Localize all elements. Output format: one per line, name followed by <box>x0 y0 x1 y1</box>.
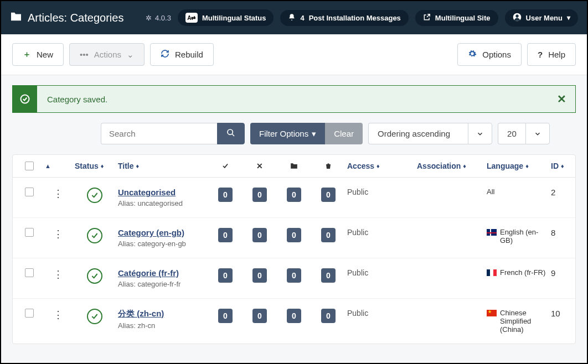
table-header: ▲ Status♦ Title♦ ✕ Access♦ Association♦ … <box>13 155 575 178</box>
toolbar: ＋ New ••• Actions ⌄ Rebuild Options ? He… <box>1 34 587 75</box>
row-checkbox[interactable] <box>25 188 34 196</box>
archived-count[interactable]: 0 <box>287 228 301 242</box>
limit-select[interactable]: 20 <box>498 123 550 144</box>
row-checkbox[interactable] <box>25 309 34 318</box>
row-actions-button[interactable]: ⋮ <box>53 228 63 240</box>
ordering-select[interactable]: Ordering ascending <box>368 123 492 144</box>
plus-icon: ＋ <box>23 49 31 60</box>
trashed-count[interactable]: 0 <box>321 309 336 323</box>
page-title: Articles: Categories <box>28 12 123 24</box>
unpublished-count[interactable]: 0 <box>252 309 267 323</box>
status-published-icon[interactable] <box>87 228 102 243</box>
clear-button[interactable]: Clear <box>325 123 363 144</box>
category-link[interactable]: Uncategorised <box>118 188 176 197</box>
category-link[interactable]: Category (en-gb) <box>118 228 184 237</box>
row-checkbox[interactable] <box>25 268 34 277</box>
search-input[interactable] <box>101 123 217 144</box>
col-id[interactable]: ID♦ <box>551 162 579 170</box>
sort-icon: ♦ <box>376 163 380 169</box>
filter-bar: Filter Options ▾ Clear Ordering ascendin… <box>12 123 576 144</box>
status-published-icon[interactable] <box>87 268 102 284</box>
user-icon <box>513 13 522 23</box>
success-alert: Category saved. ✕ <box>12 85 576 113</box>
external-link-icon <box>423 13 431 23</box>
sort-icon: ♦ <box>101 163 104 169</box>
access-text: Public <box>347 188 414 196</box>
status-published-icon[interactable] <box>87 188 102 203</box>
id-text: 9 <box>551 268 579 278</box>
col-unpublished[interactable]: ✕ <box>244 162 275 170</box>
x-icon: ✕ <box>256 162 263 170</box>
col-ordering[interactable]: ▲ <box>45 163 71 169</box>
trashed-count[interactable]: 0 <box>321 268 336 283</box>
id-text: 2 <box>551 188 579 197</box>
chevron-down-icon <box>525 123 550 144</box>
sort-asc-icon: ▲ <box>45 163 51 169</box>
alias-text: Alias: categorie-fr-fr <box>118 280 207 288</box>
folder-icon <box>290 163 298 169</box>
table-row: ⋮ Uncategorised Alias: uncategorised 0 0… <box>13 178 575 218</box>
search-button[interactable] <box>217 123 245 144</box>
alert-close-button[interactable]: ✕ <box>548 92 575 106</box>
help-button[interactable]: ? Help <box>527 43 576 66</box>
trashed-count[interactable]: 0 <box>321 188 336 202</box>
chevron-down-icon: ⌄ <box>127 50 134 60</box>
col-association[interactable]: Association♦ <box>417 162 483 170</box>
actions-button[interactable]: ••• Actions ⌄ <box>69 43 145 66</box>
row-actions-button[interactable]: ⋮ <box>53 188 63 200</box>
multilingual-status-button[interactable]: A⇄ Multilingual Status <box>178 9 274 26</box>
joomla-icon: ✲ <box>146 14 152 22</box>
rebuild-button[interactable]: Rebuild <box>150 43 214 66</box>
col-archived[interactable] <box>278 163 310 169</box>
options-button[interactable]: Options <box>457 43 522 66</box>
col-access[interactable]: Access♦ <box>347 162 414 170</box>
published-count[interactable]: 0 <box>218 268 233 283</box>
col-trashed[interactable] <box>313 162 344 170</box>
check-circle-icon <box>13 86 37 112</box>
category-link[interactable]: Catégorie (fr-fr) <box>118 268 179 278</box>
row-actions-button[interactable]: ⋮ <box>53 309 63 321</box>
col-published[interactable] <box>210 162 241 170</box>
version-badge: ✲ 4.0.3 <box>146 14 171 22</box>
new-button[interactable]: ＋ New <box>12 43 64 66</box>
select-all-checkbox[interactable] <box>25 162 34 170</box>
multilingual-site-label: Multilingual Site <box>435 14 491 22</box>
refresh-icon <box>161 49 169 60</box>
ellipsis-icon: ••• <box>80 50 89 59</box>
question-icon: ? <box>538 50 543 59</box>
archived-count[interactable]: 0 <box>287 188 301 202</box>
published-count[interactable]: 0 <box>218 228 233 242</box>
category-link[interactable]: 分类 (zh-cn) <box>118 309 164 318</box>
actions-label: Actions <box>94 50 121 59</box>
help-label: Help <box>548 50 565 59</box>
archived-count[interactable]: 0 <box>287 309 301 323</box>
archived-count[interactable]: 0 <box>287 268 301 283</box>
row-checkbox[interactable] <box>25 228 34 237</box>
messages-count: 4 <box>300 14 304 22</box>
messages-button[interactable]: 4 Post Installation Messages <box>280 10 408 26</box>
alias-text: Alias: zh-cn <box>118 321 207 330</box>
published-count[interactable]: 0 <box>218 188 233 202</box>
unpublished-count[interactable]: 0 <box>252 268 267 283</box>
col-language[interactable]: Language♦ <box>487 162 548 170</box>
content-area: Category saved. ✕ Filter Options ▾ Clear… <box>1 75 587 362</box>
unpublished-count[interactable]: 0 <box>252 188 267 202</box>
title-cell: Uncategorised Alias: uncategorised <box>118 188 207 207</box>
categories-table: ▲ Status♦ Title♦ ✕ Access♦ Association♦ … <box>12 154 576 344</box>
flag-icon <box>487 269 497 276</box>
filter-options-button[interactable]: Filter Options ▾ <box>250 123 325 144</box>
col-status[interactable]: Status♦ <box>75 162 115 170</box>
chevron-down-icon <box>468 123 492 144</box>
svg-point-3 <box>228 129 233 134</box>
user-menu-button[interactable]: User Menu ▾ <box>505 9 578 27</box>
topbar: Articles: Categories ✲ 4.0.3 A⇄ Multilin… <box>1 1 587 34</box>
row-actions-button[interactable]: ⋮ <box>53 268 63 280</box>
published-count[interactable]: 0 <box>218 309 233 323</box>
unpublished-count[interactable]: 0 <box>252 228 267 242</box>
col-title[interactable]: Title♦ <box>118 162 207 170</box>
status-published-icon[interactable] <box>87 309 102 324</box>
language-cell: All <box>487 188 548 196</box>
trashed-count[interactable]: 0 <box>321 228 336 242</box>
multilingual-site-button[interactable]: Multilingual Site <box>415 10 498 26</box>
rebuild-label: Rebuild <box>175 50 203 59</box>
